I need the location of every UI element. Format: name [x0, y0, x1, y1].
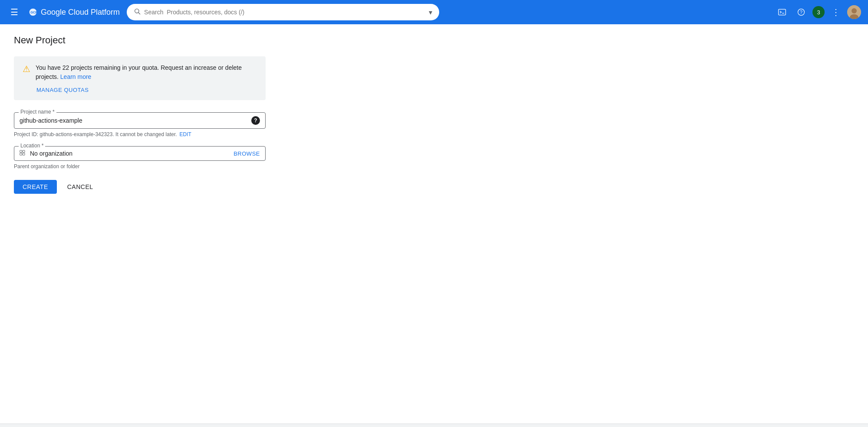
project-name-field-group: Project name * ? Project ID: github-acti…: [14, 112, 266, 137]
form-buttons: CREATE CANCEL: [14, 180, 266, 194]
svg-rect-4: [779, 9, 786, 15]
svg-text:?: ?: [800, 10, 802, 15]
search-bar[interactable]: ▾: [127, 4, 439, 20]
edit-project-id-link[interactable]: EDIT: [180, 131, 191, 137]
top-navigation: ☰ GCP Google Cloud Platform ▾: [0, 0, 868, 24]
new-project-form: Project name * ? Project ID: github-acti…: [14, 112, 266, 194]
learn-more-link[interactable]: Learn more: [60, 73, 92, 80]
cancel-button[interactable]: CANCEL: [60, 180, 100, 194]
svg-rect-12: [23, 150, 25, 153]
project-id-hint: Project ID: github-actions-example-34232…: [14, 131, 266, 137]
svg-rect-14: [23, 153, 25, 155]
svg-line-3: [138, 13, 140, 14]
project-name-help-icon[interactable]: ?: [251, 116, 260, 125]
page-title: New Project: [14, 35, 854, 46]
svg-text:GCP: GCP: [30, 10, 37, 14]
quota-alert-box: ⚠ You have 22 projects remaining in your…: [14, 56, 266, 100]
location-wrapper: Location * No organization BROWSE: [14, 146, 266, 161]
location-field-group: Location * No organization BROWSE Parent: [14, 146, 266, 169]
search-icon: [134, 8, 141, 16]
menu-icon[interactable]: ☰: [7, 3, 22, 21]
search-input[interactable]: [144, 9, 425, 16]
user-avatar[interactable]: [847, 5, 861, 19]
location-hint: Parent organization or folder: [14, 163, 266, 169]
topnav-actions: ? 3 ⋮: [774, 4, 861, 20]
help-button[interactable]: ?: [793, 4, 809, 20]
location-value: No organization: [30, 150, 233, 157]
svg-rect-13: [20, 153, 22, 155]
notification-badge[interactable]: 3: [812, 6, 825, 18]
location-label: Location *: [19, 143, 45, 149]
svg-point-9: [852, 8, 857, 13]
create-button[interactable]: CREATE: [14, 180, 57, 194]
search-dropdown-icon[interactable]: ▾: [429, 8, 432, 16]
alert-message-row: ⚠ You have 22 projects remaining in your…: [23, 63, 257, 81]
svg-rect-11: [20, 150, 22, 153]
app-logo: GCP Google Cloud Platform: [29, 8, 120, 17]
browse-button[interactable]: BROWSE: [233, 150, 260, 157]
organization-icon: [20, 150, 26, 157]
project-name-label: Project name *: [19, 109, 56, 115]
more-options-button[interactable]: ⋮: [828, 4, 844, 20]
project-name-input[interactable]: [20, 117, 251, 124]
manage-quotas-link[interactable]: MANAGE QUOTAS: [23, 87, 257, 93]
project-name-wrapper: Project name * ?: [14, 112, 266, 129]
alert-text: You have 22 projects remaining in your q…: [36, 63, 257, 81]
terminal-button[interactable]: [774, 4, 790, 20]
page-content: New Project ⚠ You have 22 projects remai…: [0, 24, 868, 204]
gcp-logo-icon: GCP: [29, 8, 37, 16]
app-name-label: Google Cloud Platform: [41, 8, 120, 17]
warning-icon: ⚠: [23, 64, 30, 74]
